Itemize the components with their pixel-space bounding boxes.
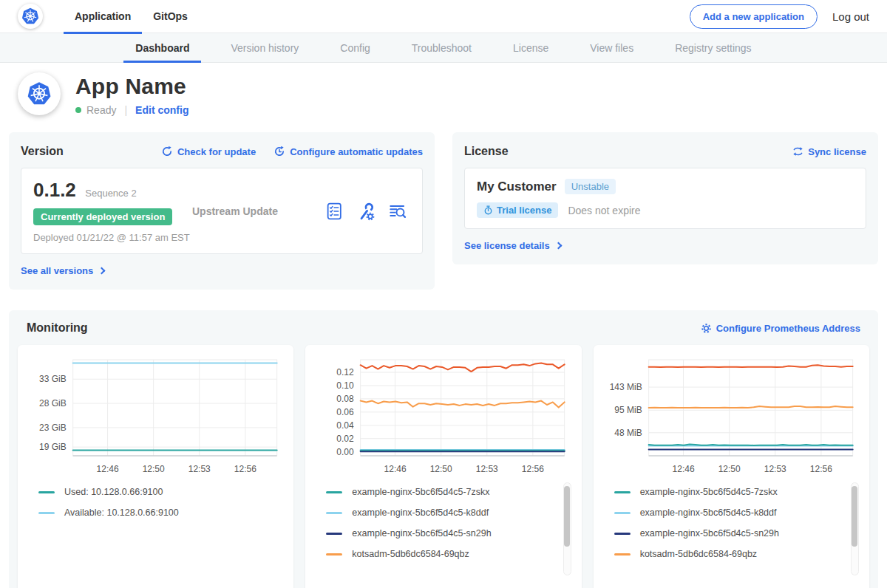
clock-refresh-icon <box>273 146 285 157</box>
top-nav: Application GitOps Add a new application… <box>0 0 887 33</box>
monitoring-panel: Monitoring Configure Prometheus Address … <box>9 310 878 588</box>
svg-text:12:53: 12:53 <box>764 464 786 474</box>
tab-config[interactable]: Config <box>319 33 390 62</box>
legend-label: example-nginx-5bc6f5d4c5-k8ddf <box>352 507 489 518</box>
legend-label: example-nginx-5bc6f5d4c5-7zskx <box>352 487 489 497</box>
kubernetes-wheel-icon <box>26 81 52 107</box>
tab-license[interactable]: License <box>492 33 569 62</box>
kubernetes-wheel-icon <box>21 7 40 26</box>
version-card-title: Version <box>21 145 64 158</box>
monitoring-header: Monitoring Configure Prometheus Address <box>18 321 869 335</box>
tab-label: View files <box>590 42 633 54</box>
trial-license-badge: Trial license <box>477 202 558 218</box>
sync-license-link[interactable]: Sync license <box>792 146 866 157</box>
legend-color-dash <box>614 553 631 555</box>
legend-label: example-nginx-5bc6f5d4c5-7zskx <box>640 487 778 497</box>
version-card: Version Check for update Configure au <box>9 132 435 290</box>
svg-text:0.10: 0.10 <box>337 380 355 391</box>
disk-usage-legend: Used: 10.128.0.66:9100Available: 10.128.… <box>25 479 286 584</box>
gear-icon <box>701 323 712 334</box>
topnav-item-label: GitOps <box>153 10 188 22</box>
legend-color-dash <box>38 491 55 493</box>
tab-label: Config <box>340 42 370 54</box>
license-type-row: Trial license Does not expire <box>477 202 854 218</box>
refresh-icon <box>161 146 173 157</box>
link-label: Check for update <box>177 146 256 157</box>
legend-scrollbar-thumb[interactable] <box>564 486 570 547</box>
current-version-box: 0.1.2 Sequence 2 Currently deployed vers… <box>21 168 423 254</box>
configure-prometheus-link[interactable]: Configure Prometheus Address <box>701 323 860 334</box>
link-label: See license details <box>464 240 550 251</box>
svg-text:12:53: 12:53 <box>476 464 498 474</box>
tab-label: Dashboard <box>135 42 189 54</box>
legend-color-dash <box>326 553 342 555</box>
legend-color-dash <box>614 512 631 514</box>
customer-name: My Customer <box>477 180 557 194</box>
config-wrench-icon[interactable] <box>356 202 375 221</box>
charts-row: 19 GiB23 GiB28 GiB33 GiB12:4612:5012:531… <box>18 345 869 588</box>
edit-config-link[interactable]: Edit config <box>135 104 188 116</box>
channel-badge: Unstable <box>565 179 616 194</box>
topnav-item-application[interactable]: Application <box>64 0 142 33</box>
status-dot <box>75 107 81 113</box>
svg-text:0.06: 0.06 <box>337 407 355 417</box>
link-label: See all versions <box>21 265 93 276</box>
license-card: License Sync license My Customer Unstabl… <box>452 132 878 264</box>
add-application-button[interactable]: Add a new application <box>690 4 818 29</box>
svg-text:0.12: 0.12 <box>337 367 355 377</box>
tab-dashboard[interactable]: Dashboard <box>115 33 210 62</box>
legend-item: example-nginx-5bc6f5d4c5-sn29h <box>326 528 551 539</box>
legend-label: Available: 10.128.0.66:9100 <box>64 507 179 518</box>
legend-color-dash <box>326 533 342 535</box>
tab-label: License <box>513 42 548 54</box>
tab-troubleshoot[interactable]: Troubleshoot <box>391 33 492 62</box>
see-license-details-link[interactable]: See license details <box>464 240 561 251</box>
legend-color-dash <box>326 512 342 514</box>
tab-version-history[interactable]: Version history <box>210 33 319 62</box>
svg-text:0.08: 0.08 <box>337 394 355 404</box>
memory-usage-card: 48 MiB95 MiB143 MiB12:4612:5012:5312:56 … <box>594 345 869 588</box>
svg-text:143 MiB: 143 MiB <box>609 382 642 392</box>
legend-item: example-nginx-5bc6f5d4c5-7zskx <box>614 487 840 497</box>
version-number: 0.1.2 <box>33 179 76 202</box>
link-label: Configure Prometheus Address <box>716 323 860 334</box>
check-for-update-link[interactable]: Check for update <box>161 146 256 157</box>
svg-text:33 GiB: 33 GiB <box>39 374 67 384</box>
kubernetes-logo[interactable] <box>18 4 43 29</box>
cpu-usage-chart: 0.000.020.040.060.080.100.1212:4612:5012… <box>313 352 574 479</box>
version-card-header: Version Check for update Configure au <box>21 145 423 158</box>
legend-item: example-nginx-5bc6f5d4c5-7zskx <box>326 487 551 497</box>
legend-color-dash <box>614 533 631 535</box>
app-tab-bar: Dashboard Version history Config Trouble… <box>0 33 887 63</box>
svg-text:95 MiB: 95 MiB <box>614 405 642 415</box>
svg-text:12:46: 12:46 <box>672 464 694 474</box>
cpu-usage-card: 0.000.020.040.060.080.100.1212:4612:5012… <box>305 345 581 588</box>
configure-automatic-updates-link[interactable]: Configure automatic updates <box>273 146 423 157</box>
logout-button[interactable]: Log out <box>832 10 869 23</box>
tab-registry-settings[interactable]: Registry settings <box>654 33 772 62</box>
app-title-block: App Name Ready | Edit config <box>75 72 188 116</box>
tab-view-files[interactable]: View files <box>569 33 654 62</box>
tab-label: Troubleshoot <box>412 42 472 54</box>
legend-scrollbar-thumb[interactable] <box>852 486 857 547</box>
topnav-item-gitops[interactable]: GitOps <box>142 0 199 33</box>
link-label: Sync license <box>808 146 866 157</box>
preflight-checks-icon[interactable] <box>325 202 344 221</box>
svg-text:12:46: 12:46 <box>384 464 407 474</box>
legend-item: example-nginx-5bc6f5d4c5-k8ddf <box>614 507 840 518</box>
disk-usage-card: 19 GiB23 GiB28 GiB33 GiB12:4612:5012:531… <box>18 345 293 588</box>
memory-usage-legend: example-nginx-5bc6f5d4c5-7zskxexample-ng… <box>601 479 862 584</box>
legend-item: example-nginx-5bc6f5d4c5-sn29h <box>614 528 840 539</box>
svg-text:12:50: 12:50 <box>143 464 165 474</box>
legend-color-dash <box>326 491 342 493</box>
legend-item: example-nginx-5bc6f5d4c5-k8ddf <box>326 507 551 518</box>
legend-item: Used: 10.128.0.66:9100 <box>38 487 264 497</box>
svg-text:12:53: 12:53 <box>188 464 211 474</box>
svg-text:48 MiB: 48 MiB <box>614 428 642 438</box>
svg-text:12:46: 12:46 <box>97 464 119 474</box>
see-all-versions-link[interactable]: See all versions <box>21 265 104 276</box>
version-action-icons <box>325 202 407 221</box>
view-logs-icon[interactable] <box>388 202 407 221</box>
license-customer-row: My Customer Unstable <box>477 179 854 194</box>
svg-text:19 GiB: 19 GiB <box>39 442 67 452</box>
